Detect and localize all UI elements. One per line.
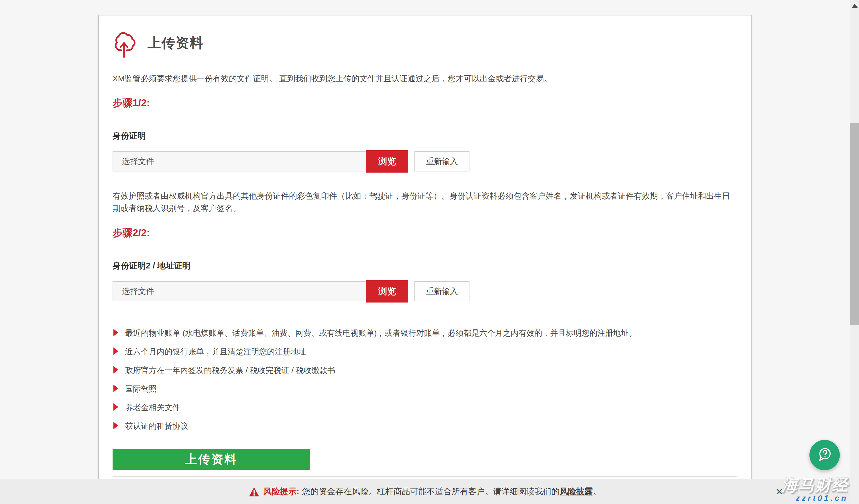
file-input-1[interactable] [112,152,366,171]
bullet-arrow-icon [114,403,118,411]
list-item-text: 获认证的租赁协议 [125,421,188,431]
scrollbar-thumb[interactable] [850,123,859,325]
help-chat-button[interactable] [810,440,840,470]
browse-button-2[interactable]: 浏览 [366,280,408,302]
list-item-text: 近六个月内的银行账单，并且清楚注明您的注册地址 [125,347,306,356]
bullet-arrow-icon [114,329,118,336]
accepted-documents-list: 最近的物业账单 (水电煤账单、话费账单、油费、网费、或有线电视账单)，或者银行对… [112,328,737,431]
card-divider [112,476,737,476]
list-item: 近六个月内的银行账单，并且清楚注明您的注册地址 [112,347,737,356]
list-item-text: 最近的物业账单 (水电煤账单、话费账单、油费、网费、或有线电视账单)，或者银行对… [125,328,637,338]
bullet-arrow-icon [114,385,118,392]
list-item: 政府官方在一年内签发的税务发票 / 税收完税证 / 税收缴款书 [112,365,737,375]
doc1-description: 有效护照或者由权威机构官方出具的其他身份证件的彩色复印件（比如：驾驶证，身份证等… [112,190,737,215]
vertical-scrollbar[interactable] [850,0,859,504]
doc1-label: 身份证明 [112,130,737,142]
list-item-text: 国际驾照 [125,384,157,394]
reset-button-1[interactable]: 重新输入 [415,152,469,171]
upload-submit-button[interactable]: 上传资料 [112,449,310,470]
page-title: 上传资料 [148,34,204,52]
step-1-heading: 步骤1/2: [112,96,737,110]
risk-disclosure-link[interactable]: 风险披露 [560,486,593,498]
risk-warning-bar: 风险提示: 您的资金存在风险。杠杆商品可能不适合所有客户。请详细阅读我们的 风险… [0,479,850,504]
list-item: 养老金相关文件 [112,403,737,412]
list-item: 获认证的租赁协议 [112,421,737,431]
warning-triangle-icon [249,487,259,496]
panel-header: 上传资料 [112,30,737,56]
intro-text: XM监管必须要求您提供一份有效的文件证明。 直到我们收到您上传的文件并且认证通过… [112,73,737,85]
risk-warning-text-end: 。 [593,486,601,498]
browse-button-1[interactable]: 浏览 [366,150,408,173]
list-item-text: 养老金相关文件 [125,403,180,412]
risk-warning-label: 风险提示: [263,486,299,498]
close-icon[interactable]: × [775,486,783,498]
step-2-heading: 步骤2/2: [112,226,737,239]
bullet-arrow-icon [114,422,118,429]
upload-panel: 上传资料 XM监管必须要求您提供一份有效的文件证明。 直到我们收到您上传的文件并… [98,15,752,479]
file-row-1: 浏览 重新输入 [112,150,737,173]
doc2-label: 身份证明2 / 地址证明 [112,260,737,272]
file-row-2: 浏览 重新输入 [112,280,737,302]
reset-button-2[interactable]: 重新输入 [415,281,469,301]
bullet-arrow-icon [114,347,118,355]
cloud-upload-icon [112,30,135,56]
file-input-2[interactable] [112,281,366,301]
list-item: 国际驾照 [112,384,737,394]
risk-warning-text: 您的资金存在风险。杠杆商品可能不适合所有客户。请详细阅读我们的 [302,486,560,498]
chat-help-icon [816,446,833,464]
list-item-text: 政府官方在一年内签发的税务发票 / 税收完税证 / 税收缴款书 [125,365,335,375]
scroll-up-arrow-icon[interactable] [852,4,858,8]
bullet-arrow-icon [114,366,118,374]
list-item: 最近的物业账单 (水电煤账单、话费账单、油费、网费、或有线电视账单)，或者银行对… [112,328,737,338]
